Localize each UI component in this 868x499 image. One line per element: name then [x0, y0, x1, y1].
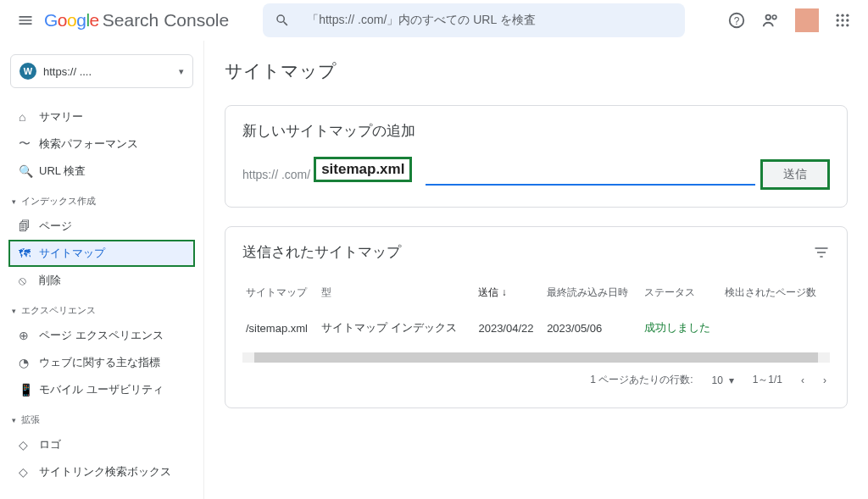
help-icon[interactable]: ? — [727, 11, 746, 30]
speed-icon: ◔ — [19, 356, 39, 369]
sitemap-input-value: sitemap.xml — [314, 157, 412, 182]
sitemap-url-input[interactable]: sitemap.xml — [315, 164, 755, 186]
cell-discovered — [721, 308, 830, 347]
sidebar: W https:// .... ▾ ⌂サマリー 〜検索パフォーマンス 🔍URL … — [0, 41, 203, 499]
main-content: サイトマップ 新しいサイトマップの追加 https:// .com/ sitem… — [203, 41, 868, 499]
svg-point-7 — [837, 19, 839, 21]
property-label: https:// .... — [43, 65, 92, 78]
avatar[interactable] — [795, 8, 819, 32]
filter-icon[interactable] — [813, 244, 830, 261]
hamburger-menu[interactable] — [8, 3, 42, 37]
cell-last-read: 2023/05/06 — [543, 308, 641, 347]
block-icon: ⦸ — [19, 274, 39, 288]
property-selector[interactable]: W https:// .... ▾ — [10, 54, 193, 88]
chevron-down-icon: ▾ — [12, 307, 16, 315]
nav-url-inspect[interactable]: 🔍URL 検査 — [0, 158, 203, 185]
nav-pages[interactable]: 🗐ページ — [0, 213, 203, 240]
nav-sitelinks-search[interactable]: ◇サイトリンク検索ボックス — [0, 458, 203, 485]
nav-group-enhancements[interactable]: ▾拡張 — [0, 403, 203, 431]
tag-icon: ◇ — [19, 465, 39, 479]
nav-removals[interactable]: ⦸削除 — [0, 267, 203, 294]
sitemap-icon: 🗺 — [19, 247, 39, 260]
rows-per-page-select[interactable]: 10 ▾ — [712, 374, 734, 386]
svg-point-10 — [837, 24, 839, 26]
next-page-button[interactable]: › — [823, 374, 826, 386]
url-prefix: https:// .com/ — [242, 168, 310, 181]
mobile-icon: 📱 — [19, 383, 39, 396]
nav-performance[interactable]: 〜検索パフォーマンス — [0, 130, 203, 158]
svg-point-9 — [846, 19, 849, 21]
cell-status: 成功しました — [641, 308, 721, 347]
users-icon[interactable] — [761, 11, 780, 30]
prev-page-button[interactable]: ‹ — [801, 374, 804, 386]
rows-per-page-label: 1 ページあたりの行数: — [590, 373, 693, 387]
horizontal-scrollbar[interactable] — [242, 352, 830, 363]
nav-summary[interactable]: ⌂サマリー — [0, 103, 203, 130]
page-range: 1～1/1 — [753, 373, 782, 387]
chevron-down-icon: ▾ — [179, 66, 184, 77]
home-icon: ⌂ — [19, 110, 39, 124]
wordpress-icon: W — [19, 63, 36, 80]
trend-icon: 〜 — [19, 136, 39, 152]
col-last-read[interactable]: 最終読み込み日時 — [543, 277, 641, 308]
sent-sitemaps-title: 送信されたサイトマップ — [242, 242, 401, 262]
pager: 1 ページあたりの行数: 10 ▾ 1～1/1 ‹ › — [242, 363, 830, 391]
url-inspect-search[interactable]: 「https:// .com/」内のすべての URL を検査 — [263, 3, 685, 37]
nav-core-web-vitals[interactable]: ◔ウェブに関する主な指標 — [0, 349, 203, 376]
cell-type: サイトマップ インデックス — [318, 308, 475, 347]
col-status[interactable]: ステータス — [641, 277, 721, 308]
nav-sitemaps[interactable]: 🗺サイトマップ — [8, 240, 195, 267]
nav-page-experience[interactable]: ⊕ページ エクスペリエンス — [0, 322, 203, 349]
svg-point-2 — [766, 15, 771, 19]
col-sitemap[interactable]: サイトマップ — [242, 277, 318, 308]
svg-point-6 — [846, 14, 849, 17]
plus-circle-icon: ⊕ — [19, 329, 39, 342]
svg-point-12 — [846, 24, 849, 26]
cell-sent: 2023/04/22 — [475, 308, 543, 347]
table-row[interactable]: /sitemap.xml サイトマップ インデックス 2023/04/22 20… — [242, 308, 830, 347]
svg-point-5 — [841, 14, 843, 17]
chevron-down-icon: ▾ — [12, 197, 16, 206]
page-title: サイトマップ — [225, 59, 848, 83]
logo-google: Google — [44, 10, 99, 30]
search-icon — [275, 13, 290, 28]
logo: Google Search Console — [44, 10, 229, 30]
nav-group-index[interactable]: ▾インデックス作成 — [0, 185, 203, 213]
svg-point-3 — [772, 15, 776, 19]
search-placeholder: 「https:// .com/」内のすべての URL を検査 — [307, 13, 535, 28]
add-sitemap-card: 新しいサイトマップの追加 https:// .com/ sitemap.xml … — [225, 105, 848, 208]
col-type[interactable]: 型 — [318, 277, 475, 308]
svg-text:?: ? — [734, 15, 740, 27]
search-icon: 🔍 — [19, 164, 39, 178]
sitemap-table: サイトマップ 型 送信 ↓ 最終読み込み日時 ステータス 検出されたページ数 /… — [242, 277, 830, 347]
col-discovered[interactable]: 検出されたページ数 — [721, 277, 830, 308]
sent-sitemaps-card: 送信されたサイトマップ サイトマップ 型 送信 ↓ 最終読み込み日時 ステータス… — [225, 226, 848, 408]
chevron-down-icon: ▾ — [12, 416, 16, 424]
cell-sitemap: /sitemap.xml — [242, 308, 318, 347]
add-sitemap-title: 新しいサイトマップの追加 — [242, 121, 830, 141]
apps-icon[interactable] — [834, 12, 851, 29]
svg-point-4 — [837, 14, 839, 17]
svg-point-8 — [841, 19, 843, 21]
pages-icon: 🗐 — [19, 219, 39, 233]
nav-group-experience[interactable]: ▾エクスペリエンス — [0, 294, 203, 322]
svg-point-11 — [841, 24, 843, 26]
submit-button[interactable]: 送信 — [760, 159, 830, 190]
nav-mobile-usability[interactable]: 📱モバイル ユーザビリティ — [0, 376, 203, 403]
logo-product: Search Console — [103, 10, 229, 30]
tag-icon: ◇ — [19, 438, 39, 452]
col-sent[interactable]: 送信 ↓ — [475, 277, 543, 308]
nav-logo[interactable]: ◇ロゴ — [0, 431, 203, 458]
